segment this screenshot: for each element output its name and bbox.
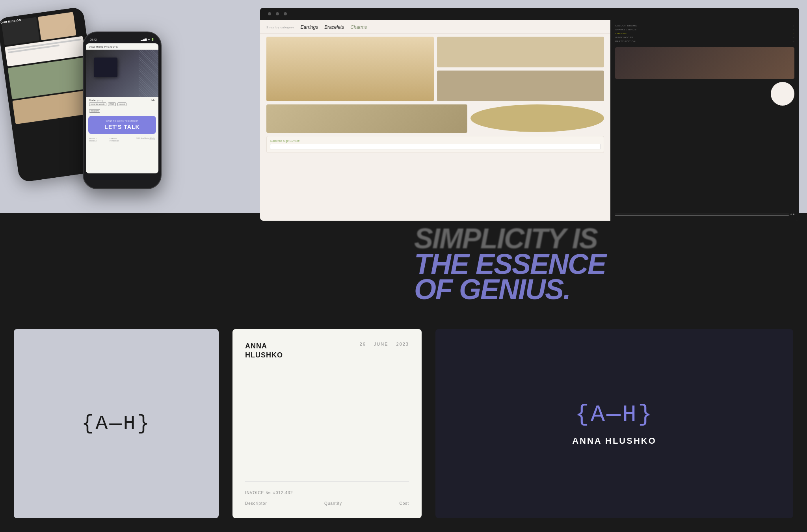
jewelry-hero-image (266, 37, 434, 101)
shop-by-label: Shop by category (266, 26, 294, 29)
tag-4: restaurant (89, 109, 100, 113)
menu-arrow: › (793, 24, 794, 27)
menu-item-2[interactable]: SPARKLE RINGS › (615, 28, 794, 31)
bracelets-cat[interactable]: Bracelets (324, 24, 344, 30)
footer-col-1 (615, 214, 789, 216)
phone-project-title: Under (2022) Me (86, 97, 158, 102)
tag-2: UI/UX (108, 102, 116, 106)
jewelry-menu-items: COLOUR DRAMA › SPARKLE RINGS › CHARMS › … (615, 24, 794, 43)
menu-item-3[interactable]: CHARMS › (615, 32, 794, 35)
jewelry-side-img-2 (437, 71, 604, 101)
jewelry-hero-side (437, 37, 604, 101)
tag-1: corporate website (89, 102, 106, 106)
phone-front: 09:42 ▂▄▆ ☁ 🔋 VIEW MORE PROJECTS/ Under … (83, 32, 162, 189)
bottom-card-middle: ANNA HLUSHKO 26 JUNE 2023 INVOICE №: #01… (232, 329, 422, 518)
menu-item-1[interactable]: COLOUR DRAMA › (615, 24, 794, 27)
invoice-year: 2023 (396, 342, 409, 346)
bottom-card-left: {A—H} (14, 329, 219, 518)
middle-section: SIMPLICITY IS THE ESSENCE OF GENIUS. (0, 213, 807, 315)
invoice-date: 26 JUNE 2023 (360, 342, 409, 346)
copyright-text: © 2023 Anna Hlushko. All rights reserved… (132, 138, 155, 142)
tag-3: concept (117, 102, 127, 106)
jewelry-hero-row (260, 33, 610, 104)
col-descriptor: Descriptor (245, 501, 267, 506)
jewelry-left-panel: Shop by category Earrings Bracelets Char… (260, 20, 610, 221)
jewelry-categories: Shop by category Earrings Bracelets Char… (260, 20, 610, 33)
jewelry-face-img (266, 37, 434, 101)
footer-link-behance[interactable]: BEHANCE (89, 138, 97, 140)
footer-line (615, 215, 789, 216)
menu-item-label: CHARMS (615, 32, 627, 35)
menu-item-4[interactable]: WAVY HOOPS › (615, 36, 794, 39)
footer-link-instagram[interactable]: INSTAGRAM (110, 140, 119, 142)
charms-cat[interactable]: Charms (350, 24, 367, 30)
ah-logo-light: {A—H} (82, 412, 151, 435)
menu-item-label: PARTY EDITION (615, 40, 636, 43)
footer-dot (793, 214, 794, 215)
middle-right: SIMPLICITY IS THE ESSENCE OF GENIUS. (213, 213, 807, 315)
footer-dot (790, 214, 792, 215)
project-image-inner (94, 58, 117, 77)
phone-screen-content: VIEW MORE PROJECTS/ Under (2022) Me corp… (86, 43, 158, 173)
invoice-month: JUNE (374, 342, 389, 346)
phone-back-image-2 (38, 12, 76, 40)
jewelry-oval (470, 104, 604, 132)
jewelry-side-img-1 (437, 37, 604, 67)
project-image-dots (139, 50, 158, 97)
invoice-day: 26 (360, 342, 366, 346)
phone-project-tags: corporate website UI/UX concept (86, 102, 158, 108)
subscribe-input[interactable] (270, 144, 601, 149)
want-to-work-label: WANT TO WORK TOGETHER? (91, 120, 153, 122)
menu-arrow: › (793, 32, 794, 35)
bottom-card-right: {A—H} ANNA HLUSHKO (435, 329, 793, 518)
subscribe-text: Subscribe & get 10% off (270, 140, 601, 142)
menu-item-label: WAVY HOOPS (615, 36, 633, 39)
footer-link-dribbble[interactable]: DRIBBBLE (89, 140, 97, 142)
project-title-1: Under (2022) (89, 99, 103, 102)
phone-project-tags-2: restaurant (86, 109, 158, 114)
top-section: Our Mission 09:42 ▂▄▆ ☁ 🔋 VIEW MORE PROJ… (0, 0, 807, 213)
bottom-section: {A—H} ANNA HLUSHKO 26 JUNE 2023 INVOICE … (0, 315, 807, 532)
jewelry-subscribe: Subscribe & get 10% off (266, 136, 604, 153)
jewelry-footer (615, 214, 794, 216)
menu-arrow: › (793, 36, 794, 39)
invoice-number: INVOICE №: #012-432 (245, 491, 409, 495)
left-phones-area: Our Mission 09:42 ▂▄▆ ☁ 🔋 VIEW MORE PROJ… (0, 0, 205, 213)
project-title-2: Me (151, 99, 155, 102)
middle-left (0, 213, 213, 315)
phone-icons: ▂▄▆ ☁ 🔋 (141, 38, 154, 41)
footer-links-right: LINKEDIN INSTAGRAM (110, 138, 119, 142)
invoice-columns: Descriptor Quantity Cost (245, 501, 409, 506)
footer-line (615, 214, 789, 214)
simplicity-line-3: OF GENIUS. (414, 277, 606, 302)
phone-project-image (86, 50, 158, 97)
nav-dot-1 (268, 12, 271, 15)
jewelry-right-panel: COLOUR DRAMA › SPARKLE RINGS › CHARMS › … (610, 20, 799, 221)
nav-dot-2 (276, 12, 279, 15)
ah-logo-dark: {A—H} (575, 401, 654, 428)
phone-cta-section: WANT TO WORK TOGETHER? LET'S TALK (88, 116, 156, 134)
col-quantity: Quantity (324, 501, 342, 506)
simplicity-line-2: THE ESSENCE (414, 251, 606, 277)
view-more-label: VIEW MORE PROJECTS/ (86, 43, 158, 50)
menu-item-label: COLOUR DRAMA (615, 24, 637, 27)
lets-talk-label: LET'S TALK (91, 124, 153, 130)
menu-item-5[interactable]: PARTY EDITION › (615, 40, 794, 43)
jewelry-product-image (615, 47, 794, 79)
phone-time: 09:42 (90, 38, 97, 41)
jewelry-main: Shop by category Earrings Bracelets Char… (260, 20, 799, 221)
simplicity-line-1: SIMPLICITY IS (414, 226, 606, 251)
footer-link-linkedin[interactable]: LINKEDIN (110, 138, 119, 140)
col-cost: Cost (399, 501, 409, 506)
simplicity-quote: SIMPLICITY IS THE ESSENCE OF GENIUS. (414, 226, 606, 302)
phone-notch (108, 32, 136, 38)
footer-dots (790, 214, 794, 216)
jewelry-bottom-image (266, 104, 467, 133)
anna-hlushko-label: ANNA HLUSHKO (572, 436, 656, 446)
jewelry-website-screenshot: Shop by category Earrings Bracelets Char… (260, 8, 799, 221)
jewelry-bottom-row (260, 104, 610, 136)
invoice-divider (245, 481, 409, 482)
jewelry-product-image-2 (771, 82, 794, 106)
earrings-cat[interactable]: Earrings (300, 24, 318, 30)
jewelry-nav (260, 8, 799, 20)
